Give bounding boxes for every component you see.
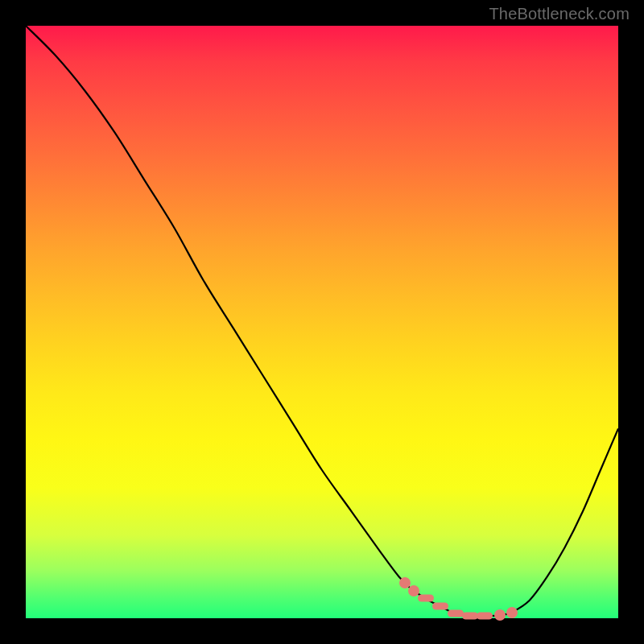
highlight-marker [408, 585, 419, 597]
chart-stage: TheBottleneck.com [0, 0, 644, 644]
highlight-marker [448, 609, 464, 617]
highlight-marker [462, 612, 478, 619]
watermark-text: TheBottleneck.com [489, 5, 630, 23]
highlight-marker [432, 603, 448, 610]
highlight-markers [26, 26, 618, 618]
plot-area [26, 26, 618, 618]
highlight-marker [494, 609, 506, 621]
highlight-marker [506, 607, 518, 618]
highlight-marker [477, 613, 493, 620]
highlight-marker [418, 595, 434, 602]
